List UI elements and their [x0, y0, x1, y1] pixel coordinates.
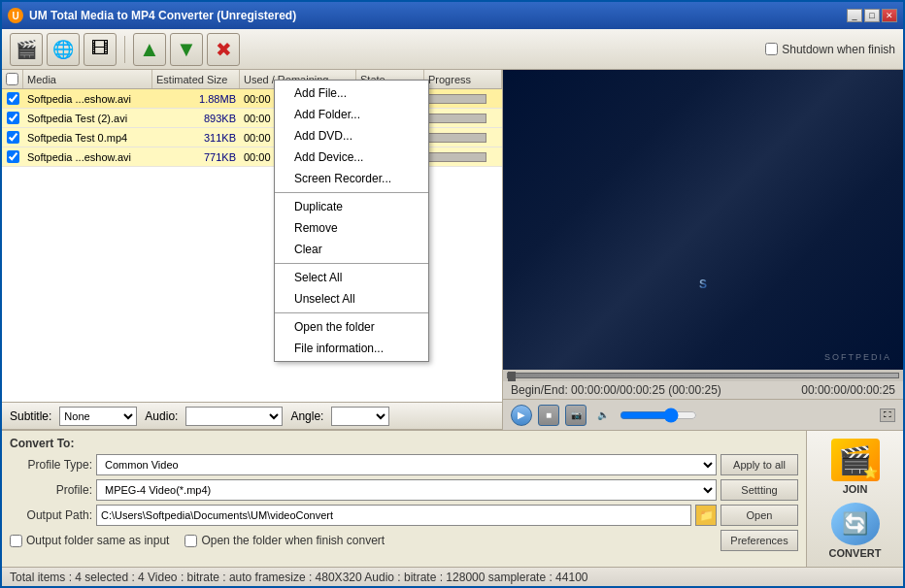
convert-big-label: CONVERT: [829, 547, 882, 559]
shutdown-checkbox[interactable]: [765, 43, 778, 55]
title-bar-buttons: _ □ ✕: [847, 9, 897, 22]
menu-item-file-info[interactable]: File information...: [275, 338, 428, 359]
timeline-track[interactable]: [507, 373, 899, 378]
menu-item-open-folder[interactable]: Open the folder: [275, 316, 428, 338]
film-button[interactable]: 🎞: [84, 33, 117, 66]
menu-item-add-folder[interactable]: Add Folder...: [275, 104, 428, 125]
row-checkbox[interactable]: [7, 131, 19, 144]
select-all-checkbox[interactable]: [6, 73, 18, 85]
volume-slider[interactable]: [620, 408, 697, 423]
apply-to-all-button[interactable]: Apply to all: [721, 454, 798, 475]
play-button[interactable]: ▶: [511, 405, 532, 426]
video-preview: S SOFTPEDIA: [503, 70, 903, 370]
minimize-button[interactable]: _: [847, 9, 862, 22]
col-header-progress: Progress: [424, 70, 502, 88]
profile-type-select[interactable]: Common Video: [96, 454, 717, 475]
convert-form: Convert To: Profile Type: Common Video A…: [2, 431, 806, 567]
col-header-media: Media: [23, 70, 152, 88]
row-checkbox[interactable]: [7, 112, 19, 124]
menu-item-select-all[interactable]: Select All: [275, 267, 428, 288]
angle-select[interactable]: [331, 407, 389, 426]
shutdown-label: Shutdown when finish: [782, 43, 895, 56]
browse-folder-button[interactable]: 📁: [695, 505, 717, 526]
left-panel: Media Estimated Size Used / Remaining St…: [2, 70, 503, 430]
col-header-check: [2, 70, 23, 88]
subtitle-bar: Subtitle: None Audio: Angle:: [2, 403, 502, 430]
maximize-button[interactable]: □: [864, 9, 880, 22]
convert-icon: 🔄: [831, 503, 880, 545]
toolbar: 🎬 🌐 🎞 ▲ ▼ ✖ Shutdown when finish: [2, 29, 903, 70]
window-title: UM Total Media to MP4 Converter (Unregis…: [29, 9, 841, 22]
title-bar: U UM Total Media to MP4 Converter (Unreg…: [2, 2, 903, 29]
toolbar-separator-1: [124, 36, 125, 63]
snapshot-button[interactable]: 📷: [565, 405, 587, 426]
preferences-button[interactable]: Preferences: [721, 530, 798, 551]
output-path-row: Output Path: 📁 Open: [10, 505, 798, 526]
open-folder-checkbox[interactable]: [184, 535, 197, 547]
row-filename: Softpedia ...eshow.avi: [23, 93, 152, 105]
timeline-bar[interactable]: [503, 370, 903, 381]
row-filename: Softpedia ...eshow.avi: [23, 151, 152, 163]
row-size: 311KB: [152, 132, 240, 144]
output-path-input[interactable]: [96, 505, 691, 526]
status-text: Total items : 4 selected : 4 Video : bit…: [10, 571, 587, 584]
move-down-button[interactable]: ▼: [170, 33, 203, 66]
output-same-option[interactable]: Output folder same as input: [10, 534, 169, 547]
menu-separator-1: [275, 192, 428, 193]
main-window: U UM Total Media to MP4 Converter (Unreg…: [0, 0, 905, 588]
profile-select[interactable]: MPEG-4 Video(*.mp4): [96, 479, 717, 501]
output-same-checkbox[interactable]: [10, 535, 22, 547]
close-button[interactable]: ✕: [882, 9, 897, 22]
audio-select[interactable]: [185, 407, 283, 426]
status-bar: Total items : 4 selected : 4 Video : bit…: [2, 567, 903, 586]
menu-item-add-dvd[interactable]: Add DVD...: [275, 125, 428, 147]
watermark: SOFTPEDIA: [824, 352, 891, 362]
subtitle-select[interactable]: None: [59, 407, 137, 426]
controls-bar: ▶ ■ 📷 🔈 ⛶: [503, 399, 903, 430]
big-action-buttons: 🎬 ⭐ JOIN 🔄 CONVERT: [806, 431, 903, 567]
remove-button[interactable]: ✖: [207, 33, 240, 66]
output-path-label: Output Path:: [10, 508, 92, 522]
menu-item-clear[interactable]: Clear: [275, 239, 428, 260]
begin-end-label: Begin/End: 00:00:00/00:00:25 (00:00:25): [511, 383, 721, 397]
timeline-thumb[interactable]: [508, 372, 516, 381]
audio-label: Audio:: [145, 409, 178, 423]
angle-label: Angle:: [290, 409, 323, 423]
video-content: S SOFTPEDIA: [503, 70, 903, 370]
main-area: Media Estimated Size Used / Remaining St…: [2, 70, 903, 430]
move-up-button[interactable]: ▲: [133, 33, 166, 66]
file-list[interactable]: Media Estimated Size Used / Remaining St…: [2, 70, 502, 403]
row-filename: Softpedia Test 0.mp4: [23, 132, 152, 144]
profile-type-label: Profile Type:: [10, 458, 92, 472]
setting-button[interactable]: Settting: [721, 479, 798, 501]
output-same-label: Output folder same as input: [26, 534, 169, 547]
begin-end-value: 00:00:00/00:00:25 (00:00:25): [571, 383, 721, 397]
open-folder-label: Open the folder when finish convert: [201, 534, 385, 547]
fullscreen-button[interactable]: ⛶: [880, 408, 895, 422]
right-panel: S SOFTPEDIA Begin/End: 00:00:00/00:00:25…: [503, 70, 903, 430]
join-label: JOIN: [843, 483, 868, 495]
menu-item-duplicate[interactable]: Duplicate: [275, 196, 428, 217]
menu-item-remove[interactable]: Remove: [275, 217, 428, 239]
join-button[interactable]: 🎬 ⭐ JOIN: [831, 439, 880, 495]
menu-item-add-file[interactable]: Add File...: [275, 82, 428, 104]
row-checkbox[interactable]: [7, 150, 19, 163]
menu-item-screen-recorder[interactable]: Screen Recorder...: [275, 168, 428, 189]
row-progress: [424, 94, 502, 104]
convert-big-button[interactable]: 🔄 CONVERT: [829, 503, 882, 559]
options-row: Output folder same as input Open the fol…: [10, 530, 798, 551]
context-menu: Add File... Add Folder... Add DVD... Add…: [274, 80, 429, 362]
row-progress: [424, 114, 502, 123]
app-icon: U: [8, 8, 23, 23]
add-web-button[interactable]: 🌐: [47, 33, 80, 66]
menu-item-unselect-all[interactable]: Unselect All: [275, 288, 428, 310]
row-checkbox[interactable]: [7, 92, 19, 105]
stop-button[interactable]: ■: [538, 405, 559, 426]
open-button[interactable]: Open: [721, 505, 798, 526]
add-media-button[interactable]: 🎬: [10, 33, 43, 66]
open-folder-option[interactable]: Open the folder when finish convert: [184, 534, 385, 547]
menu-item-add-device[interactable]: Add Device...: [275, 147, 428, 168]
profile-label: Profile:: [10, 483, 92, 497]
duration-value: 00:00:00/00:00:25: [801, 383, 895, 397]
profile-row: Profile: MPEG-4 Video(*.mp4) Settting: [10, 479, 798, 501]
